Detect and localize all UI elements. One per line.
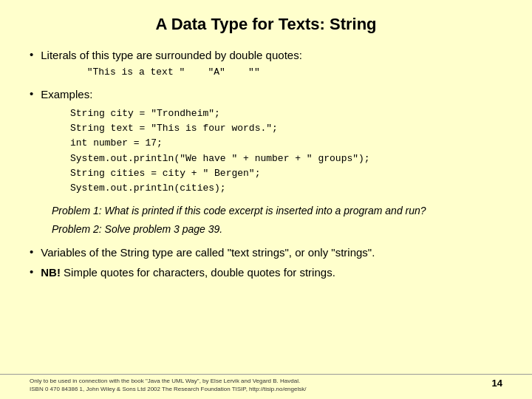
problem-1-text: Problem 1: What is printed if this code … <box>52 203 502 219</box>
problem-section: Problem 1: What is printed if this code … <box>52 203 502 237</box>
nb-label: NB! <box>41 266 61 279</box>
bullet-section-2: • Examples: String city = "Trondheim"; S… <box>30 86 502 196</box>
code-line-3: int number = 17; <box>70 136 502 151</box>
footer: Only to be used in connection with the b… <box>0 374 532 393</box>
code-line-6: System.out.println(cities); <box>70 181 502 196</box>
problem-2-text: Problem 2: Solve problem 3 page 39. <box>52 222 502 237</box>
footer-left: Only to be used in connection with the b… <box>30 378 306 393</box>
code-line-2: String text = "This is four words."; <box>70 121 502 136</box>
bullet-text-4: NB! Simple quotes for characters, double… <box>41 265 335 280</box>
bullet-icon-4: • <box>30 265 33 278</box>
bullet-text-3: Variables of the String type are called … <box>41 245 375 260</box>
code-line-1: String city = "Trondheim"; <box>70 106 502 121</box>
code-line-5: String cities = city + " Bergen"; <box>70 166 502 181</box>
footer-page-number: 14 <box>492 378 502 393</box>
bottom-bullets: • Variables of the String type are calle… <box>30 245 502 280</box>
bullet-row-1: • Literals of this type are surrounded b… <box>30 47 502 79</box>
slide: A Data Type for Texts: String • Literals… <box>0 0 532 399</box>
bullet-row-3: • Variables of the String type are calle… <box>30 245 502 260</box>
code-block: String city = "Trondheim"; String text =… <box>70 106 502 196</box>
bullet-icon-1: • <box>30 48 33 61</box>
code-line-4: System.out.println("We have " + number +… <box>70 151 502 166</box>
footer-line-1: Only to be used in connection with the b… <box>30 378 300 384</box>
bullet-row-2: • Examples: <box>30 86 502 102</box>
bullet-text-1: Literals of this type are surrounded by … <box>41 47 302 79</box>
bullet-row-4: • NB! Simple quotes for characters, doub… <box>30 265 502 280</box>
bullet-text-2: Examples: <box>41 86 92 102</box>
footer-line-2: ISBN 0 470 84386 1, John Wiley & Sons Lt… <box>30 386 306 392</box>
bullet-icon-2: • <box>30 87 33 100</box>
bullet-icon-3: • <box>30 245 33 258</box>
bullet-section-1: • Literals of this type are surrounded b… <box>30 47 502 79</box>
slide-title: A Data Type for Texts: String <box>30 15 502 34</box>
